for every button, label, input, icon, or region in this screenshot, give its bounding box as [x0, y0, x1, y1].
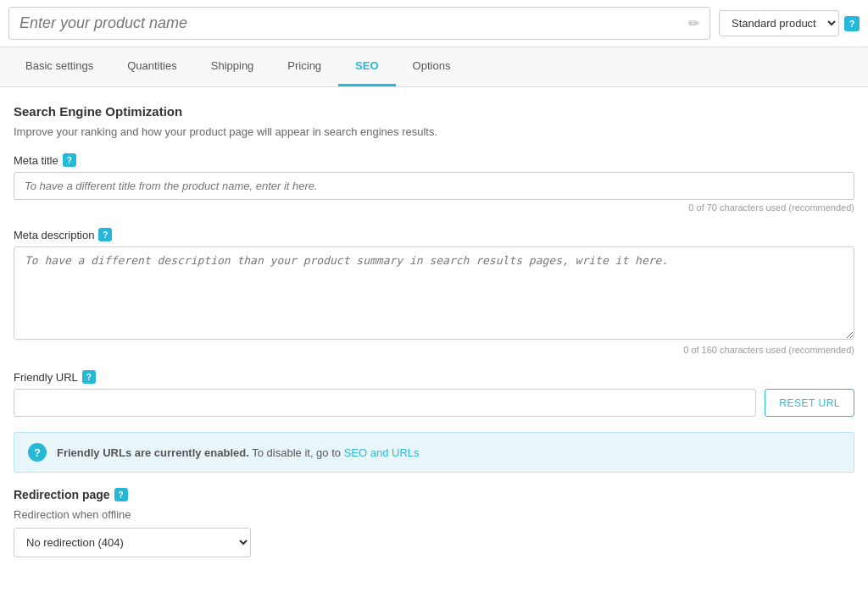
tab-shipping[interactable]: Shipping — [194, 47, 271, 86]
meta-title-label: Meta title ? — [14, 153, 854, 167]
tabs-bar: Basic settings Quantities Shipping Prici… — [0, 47, 868, 87]
info-text-middle: To disable it, go to — [252, 446, 343, 459]
meta-description-group: Meta description ? 0 of 160 characters u… — [14, 228, 854, 355]
tab-options[interactable]: Options — [396, 47, 468, 86]
product-type-help-badge[interactable]: ? — [844, 16, 860, 31]
tab-quantities[interactable]: Quantities — [110, 47, 194, 86]
reset-url-button[interactable]: RESET URL — [765, 389, 854, 417]
redirection-group: Redirection page ? Redirection when offl… — [14, 488, 854, 557]
meta-title-help[interactable]: ? — [63, 153, 76, 167]
info-icon: ? — [28, 443, 47, 462]
meta-title-char-count: 0 of 70 characters used (recommended) — [14, 202, 854, 213]
meta-description-help[interactable]: ? — [98, 228, 112, 241]
seo-content: Search Engine Optimization Improve your … — [0, 87, 868, 590]
friendly-url-group: Friendly URL ? RESET URL — [14, 370, 854, 417]
product-name-wrapper: ✏ — [8, 7, 710, 40]
info-text-bold: Friendly URLs are currently enabled. — [57, 446, 249, 459]
friendly-url-help[interactable]: ? — [82, 370, 96, 384]
redirection-sub: Redirection when offline — [14, 508, 854, 521]
meta-description-char-count: 0 of 160 characters used (recommended) — [14, 345, 854, 355]
meta-description-label: Meta description ? — [14, 228, 854, 241]
product-type-wrapper: Standard product Virtual product Pack of… — [719, 10, 860, 36]
friendly-url-input[interactable] — [14, 389, 756, 417]
url-row: RESET URL — [14, 389, 854, 417]
tab-pricing[interactable]: Pricing — [270, 47, 338, 86]
tab-basic-settings[interactable]: Basic settings — [8, 47, 110, 86]
pencil-icon: ✏ — [688, 15, 699, 31]
page-header: ✏ Standard product Virtual product Pack … — [0, 0, 868, 47]
redirection-title: Redirection page ? — [14, 488, 854, 501]
friendly-url-label: Friendly URL ? — [14, 370, 854, 384]
info-text: Friendly URLs are currently enabled. To … — [57, 446, 420, 459]
tab-seo[interactable]: SEO — [338, 47, 395, 86]
section-title: Search Engine Optimization — [14, 104, 854, 119]
product-type-select[interactable]: Standard product Virtual product Pack of… — [719, 10, 839, 36]
meta-description-textarea[interactable] — [14, 246, 854, 340]
meta-title-group: Meta title ? 0 of 70 characters used (re… — [14, 153, 854, 213]
meta-title-input[interactable] — [14, 172, 854, 200]
product-name-input[interactable] — [19, 14, 688, 32]
redirection-select[interactable]: No redirection (404) 301 Moved Permanent… — [14, 528, 251, 557]
seo-urls-link[interactable]: SEO and URLs — [344, 446, 420, 459]
section-desc: Improve your ranking and how your produc… — [14, 125, 854, 138]
friendly-url-info-box: ? Friendly URLs are currently enabled. T… — [14, 432, 854, 473]
redirection-help[interactable]: ? — [114, 488, 128, 501]
